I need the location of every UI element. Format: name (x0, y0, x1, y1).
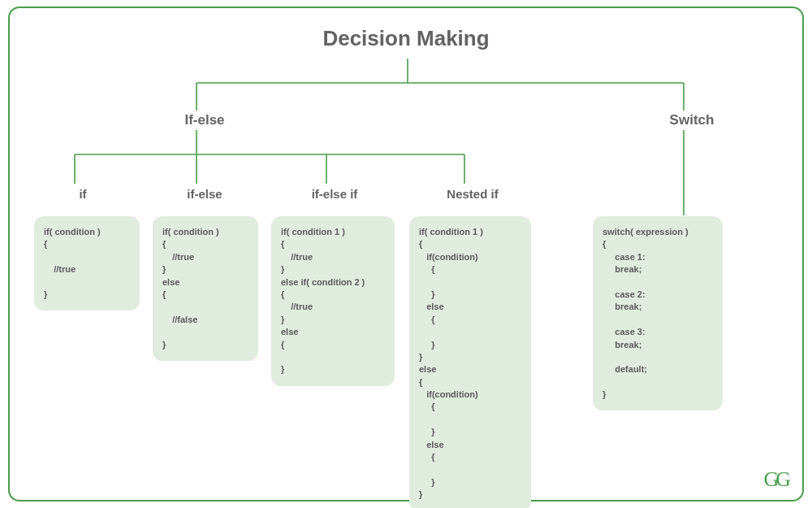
code-box-if: if( condition ) { //true } (34, 216, 140, 310)
code-box-ifelse: if( condition ) { //true } else { //fals… (153, 216, 258, 361)
leaf-if-label: if (79, 187, 86, 201)
leaf-nestedif-label: Nested if (447, 187, 498, 201)
code-box-ifelseif: if( condition 1 ) { //true } else if( co… (271, 216, 395, 386)
diagram-frame: Decision Making If-else Switch if if-els… (8, 7, 804, 501)
branch-if-else-label: If-else (184, 112, 224, 128)
logo-gg: GG (763, 467, 788, 492)
page-title: Decision Making (10, 26, 802, 51)
branch-switch-label: Switch (670, 112, 715, 128)
code-box-switch: switch( expression ) { case 1: break; ca… (593, 216, 723, 410)
leaf-ifelse-label: if-else (187, 187, 222, 201)
leaf-ifelseif-label: if-else if (312, 187, 358, 201)
code-box-nestedif: if( condition 1 ) { if(condition) { } el… (409, 216, 531, 508)
